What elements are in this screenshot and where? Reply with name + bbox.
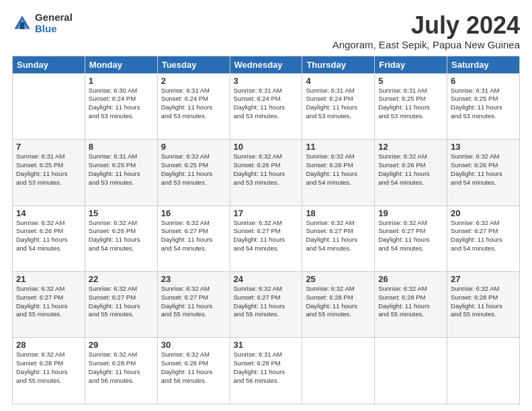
- day-number: 16: [161, 208, 226, 218]
- calendar-cell: 29Sunrise: 6:32 AMSunset: 6:28 PMDayligh…: [85, 338, 157, 404]
- day-number: 28: [16, 340, 81, 350]
- calendar-cell: 21Sunrise: 6:32 AMSunset: 6:27 PMDayligh…: [13, 272, 85, 338]
- day-number: 12: [378, 142, 443, 152]
- day-number: 23: [161, 274, 226, 284]
- main-title: July 2024: [332, 12, 520, 39]
- day-info: Sunrise: 6:31 AMSunset: 6:25 PMDaylight:…: [16, 152, 81, 187]
- day-info: Sunrise: 6:32 AMSunset: 6:27 PMDaylight:…: [306, 219, 371, 253]
- calendar-week-row: 21Sunrise: 6:32 AMSunset: 6:27 PMDayligh…: [13, 272, 520, 338]
- calendar-cell: 30Sunrise: 6:32 AMSunset: 6:28 PMDayligh…: [157, 338, 230, 404]
- calendar-cell: 27Sunrise: 6:32 AMSunset: 6:28 PMDayligh…: [447, 272, 520, 338]
- day-info: Sunrise: 6:32 AMSunset: 6:27 PMDaylight:…: [234, 219, 299, 253]
- day-info: Sunrise: 6:32 AMSunset: 6:28 PMDaylight:…: [306, 285, 371, 319]
- day-number: 5: [378, 76, 443, 86]
- calendar-cell: 7Sunrise: 6:31 AMSunset: 6:25 PMDaylight…: [13, 140, 85, 205]
- day-info: Sunrise: 6:32 AMSunset: 6:27 PMDaylight:…: [451, 219, 516, 253]
- calendar-day-header: Friday: [375, 56, 447, 73]
- day-number: 7: [16, 142, 81, 152]
- day-number: 31: [234, 340, 299, 350]
- calendar-cell: [375, 338, 447, 404]
- calendar-cell: 18Sunrise: 6:32 AMSunset: 6:27 PMDayligh…: [302, 205, 375, 271]
- calendar-cell: 23Sunrise: 6:32 AMSunset: 6:27 PMDayligh…: [157, 272, 230, 338]
- calendar-table: SundayMondayTuesdayWednesdayThursdayFrid…: [12, 56, 520, 404]
- calendar-day-header: Tuesday: [157, 56, 230, 73]
- calendar-cell: 3Sunrise: 6:31 AMSunset: 6:24 PMDaylight…: [230, 73, 302, 139]
- calendar-cell: 2Sunrise: 6:31 AMSunset: 6:24 PMDaylight…: [157, 73, 230, 139]
- calendar-cell: 1Sunrise: 6:30 AMSunset: 6:24 PMDaylight…: [85, 73, 157, 139]
- logo: General Blue: [12, 12, 73, 34]
- day-number: 25: [306, 274, 371, 284]
- calendar-week-row: 14Sunrise: 6:32 AMSunset: 6:26 PMDayligh…: [13, 205, 520, 271]
- day-number: 24: [234, 274, 299, 284]
- day-number: 20: [451, 208, 516, 218]
- day-info: Sunrise: 6:31 AMSunset: 6:25 PMDaylight:…: [378, 87, 443, 121]
- day-info: Sunrise: 6:32 AMSunset: 6:26 PMDaylight:…: [451, 152, 516, 187]
- day-number: 26: [378, 274, 443, 284]
- day-info: Sunrise: 6:32 AMSunset: 6:26 PMDaylight:…: [306, 152, 371, 187]
- day-info: Sunrise: 6:32 AMSunset: 6:26 PMDaylight:…: [378, 152, 443, 187]
- calendar-cell: [447, 338, 520, 404]
- calendar-cell: 9Sunrise: 6:32 AMSunset: 6:25 PMDaylight…: [157, 140, 230, 205]
- calendar-cell: 19Sunrise: 6:32 AMSunset: 6:27 PMDayligh…: [375, 205, 447, 271]
- calendar-cell: 6Sunrise: 6:31 AMSunset: 6:25 PMDaylight…: [447, 73, 520, 139]
- calendar-cell: 16Sunrise: 6:32 AMSunset: 6:27 PMDayligh…: [157, 205, 230, 271]
- calendar-cell: 17Sunrise: 6:32 AMSunset: 6:27 PMDayligh…: [230, 205, 302, 271]
- day-number: 21: [16, 274, 81, 284]
- day-number: 29: [89, 340, 154, 350]
- title-block: July 2024 Angoram, East Sepik, Papua New…: [332, 12, 520, 50]
- day-info: Sunrise: 6:31 AMSunset: 6:24 PMDaylight:…: [234, 87, 299, 121]
- day-number: 1: [89, 76, 154, 86]
- day-number: 17: [234, 208, 299, 218]
- calendar-day-header: Monday: [85, 56, 157, 73]
- day-number: 9: [161, 142, 226, 152]
- calendar-cell: [302, 338, 375, 404]
- day-number: 11: [306, 142, 371, 152]
- calendar-cell: [13, 73, 85, 139]
- calendar-day-header: Saturday: [447, 56, 520, 73]
- day-info: Sunrise: 6:31 AMSunset: 6:25 PMDaylight:…: [89, 152, 154, 187]
- day-info: Sunrise: 6:31 AMSunset: 6:25 PMDaylight:…: [451, 87, 516, 121]
- calendar-cell: 8Sunrise: 6:31 AMSunset: 6:25 PMDaylight…: [85, 140, 157, 205]
- day-number: 30: [161, 340, 226, 350]
- day-number: 6: [451, 76, 516, 86]
- calendar-cell: 25Sunrise: 6:32 AMSunset: 6:28 PMDayligh…: [302, 272, 375, 338]
- day-info: Sunrise: 6:32 AMSunset: 6:28 PMDaylight:…: [378, 285, 443, 319]
- day-info: Sunrise: 6:32 AMSunset: 6:27 PMDaylight:…: [161, 285, 226, 319]
- calendar-cell: 31Sunrise: 6:31 AMSunset: 6:28 PMDayligh…: [230, 338, 302, 404]
- logo-icon: [12, 13, 32, 34]
- day-number: 13: [451, 142, 516, 152]
- day-number: 3: [234, 76, 299, 86]
- day-info: Sunrise: 6:32 AMSunset: 6:27 PMDaylight:…: [161, 219, 226, 253]
- logo-general: General: [35, 12, 73, 24]
- calendar-cell: 13Sunrise: 6:32 AMSunset: 6:26 PMDayligh…: [447, 140, 520, 205]
- calendar-header-row: SundayMondayTuesdayWednesdayThursdayFrid…: [13, 56, 520, 73]
- calendar-day-header: Wednesday: [230, 56, 302, 73]
- day-info: Sunrise: 6:30 AMSunset: 6:24 PMDaylight:…: [89, 87, 154, 121]
- calendar-cell: 10Sunrise: 6:32 AMSunset: 6:26 PMDayligh…: [230, 140, 302, 205]
- calendar-day-header: Thursday: [302, 56, 375, 73]
- day-number: 2: [161, 76, 226, 86]
- day-info: Sunrise: 6:32 AMSunset: 6:26 PMDaylight:…: [89, 219, 154, 253]
- calendar-week-row: 7Sunrise: 6:31 AMSunset: 6:25 PMDaylight…: [13, 140, 520, 205]
- day-number: 14: [16, 208, 81, 218]
- logo-text: General Blue: [35, 12, 73, 34]
- day-number: 10: [234, 142, 299, 152]
- day-info: Sunrise: 6:31 AMSunset: 6:28 PMDaylight:…: [234, 351, 299, 385]
- calendar-day-header: Sunday: [13, 56, 85, 73]
- calendar-cell: 26Sunrise: 6:32 AMSunset: 6:28 PMDayligh…: [375, 272, 447, 338]
- calendar-cell: 11Sunrise: 6:32 AMSunset: 6:26 PMDayligh…: [302, 140, 375, 205]
- day-info: Sunrise: 6:31 AMSunset: 6:24 PMDaylight:…: [306, 87, 371, 121]
- day-number: 19: [378, 208, 443, 218]
- calendar-cell: 20Sunrise: 6:32 AMSunset: 6:27 PMDayligh…: [447, 205, 520, 271]
- day-number: 4: [306, 76, 371, 86]
- calendar-cell: 22Sunrise: 6:32 AMSunset: 6:27 PMDayligh…: [85, 272, 157, 338]
- day-info: Sunrise: 6:32 AMSunset: 6:27 PMDaylight:…: [89, 285, 154, 319]
- calendar-cell: 4Sunrise: 6:31 AMSunset: 6:24 PMDaylight…: [302, 73, 375, 139]
- calendar-cell: 15Sunrise: 6:32 AMSunset: 6:26 PMDayligh…: [85, 205, 157, 271]
- subtitle: Angoram, East Sepik, Papua New Guinea: [332, 39, 520, 50]
- day-info: Sunrise: 6:32 AMSunset: 6:28 PMDaylight:…: [16, 351, 81, 385]
- day-info: Sunrise: 6:32 AMSunset: 6:27 PMDaylight:…: [378, 219, 443, 253]
- calendar-cell: 12Sunrise: 6:32 AMSunset: 6:26 PMDayligh…: [375, 140, 447, 205]
- svg-rect-2: [20, 22, 25, 29]
- calendar-week-row: 1Sunrise: 6:30 AMSunset: 6:24 PMDaylight…: [13, 73, 520, 139]
